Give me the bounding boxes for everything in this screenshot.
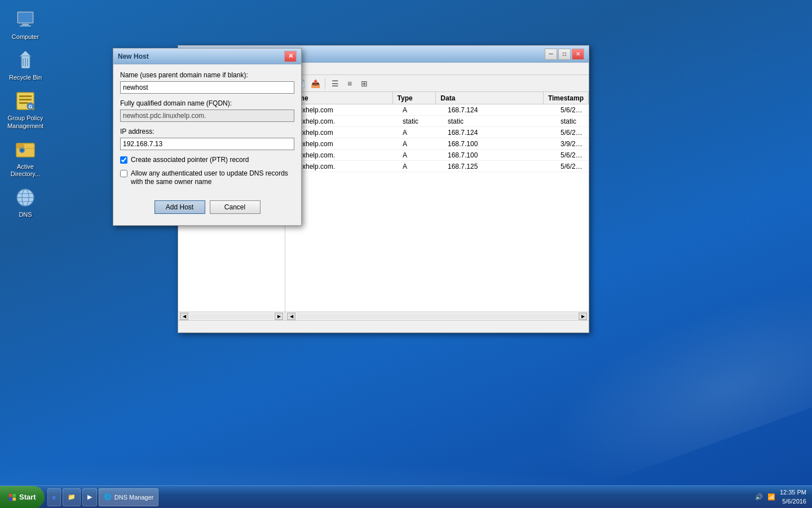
desktop-icon-active-directory[interactable]: Active Directory... — [3, 135, 48, 181]
row-name: .linuxhelp.com. — [285, 151, 398, 159]
dns-statusbar — [178, 320, 589, 332]
scrollbar-area: ◀ ▶ ◀ ▶ — [178, 312, 589, 320]
cancel-button[interactable]: Cancel — [210, 200, 261, 214]
recycle-bin-label: Recycle Bin — [9, 74, 42, 81]
taskbar: Start e 📁 ▶ 🌐 DNS Manager 🔊 📶 12:35 PM 5… — [0, 485, 812, 508]
row-type: A — [398, 151, 443, 159]
row-type: A — [398, 140, 443, 148]
window-controls: ─ □ ✕ — [545, 49, 584, 60]
table-row[interactable]: .linuxhelp.com A 168.7.124 5/6/2016 1: — [285, 127, 589, 138]
scroll-left-btn2[interactable]: ◀ — [287, 313, 295, 320]
desktop-icon-dns[interactable]: DNS — [3, 183, 48, 221]
dialog-title: New Host — [118, 52, 284, 60]
scroll-left-btn[interactable]: ◀ — [180, 313, 188, 320]
taskbar-right: 🔊 📶 12:35 PM 5/6/2016 — [749, 488, 812, 506]
svg-rect-11 — [19, 99, 32, 100]
list-rows: .linuxhelp.com A 168.7.124 5/6/2016 1: .… — [285, 104, 589, 312]
col-header-timestamp[interactable]: Timestamp — [544, 92, 589, 104]
row-timestamp: static — [556, 117, 589, 125]
dns-taskbar-label: DNS Manager — [114, 494, 154, 501]
row-timestamp: 3/9/26936 — [556, 140, 589, 148]
dialog-content: Name (uses parent domain name if blank):… — [113, 64, 301, 225]
ip-input[interactable] — [120, 138, 294, 150]
name-label: Name (uses parent domain name if blank): — [120, 71, 294, 79]
row-name: .linuxhelp.com. — [285, 117, 398, 125]
svg-rect-31 — [13, 497, 16, 501]
ptr-record-row: Create associated pointer (PTR) record — [120, 156, 294, 165]
taskbar-item-media[interactable]: ▶ — [82, 488, 97, 506]
list-header: Name Type Data Timestamp — [285, 92, 589, 104]
recycle-bin-icon — [14, 49, 37, 72]
taskbar-clock: 12:35 PM 5/6/2016 — [780, 488, 806, 506]
row-data: 168.7.124 — [443, 106, 556, 114]
dns-taskbar-icon: 🌐 — [104, 493, 112, 501]
list-scrollbar[interactable]: ◀ ▶ — [285, 312, 589, 320]
dialog-close-button[interactable]: ✕ — [284, 51, 297, 62]
fqdn-input — [120, 110, 294, 122]
row-data: static — [443, 117, 556, 125]
network-icon: 🔊 — [755, 493, 763, 501]
toolbar-list[interactable]: ☰ — [328, 77, 342, 90]
svg-text:G: G — [28, 104, 32, 110]
row-name: .linuxhelp.com — [285, 129, 398, 137]
dialog-titlebar[interactable]: New Host ✕ — [113, 49, 301, 64]
ptr-label: Create associated pointer (PTR) record — [131, 156, 249, 165]
taskbar-item-dns[interactable]: 🌐 DNS Manager — [99, 488, 159, 506]
auth-checkbox[interactable] — [120, 170, 127, 177]
table-row[interactable]: .linuxhelp.com A 168.7.100 3/9/26936 — [285, 138, 589, 150]
start-label: Start — [19, 493, 36, 501]
minimize-button[interactable]: ─ — [545, 49, 557, 60]
scroll-right-btn2[interactable]: ▶ — [579, 313, 587, 320]
name-input[interactable] — [120, 81, 294, 94]
svg-point-18 — [20, 148, 24, 152]
row-name: .linuxhelp.com. — [285, 163, 398, 170]
taskbar-item-folder[interactable]: 📁 — [63, 488, 81, 506]
table-row[interactable]: .linuxhelp.com. A 168.7.100 5/6/2016 1: — [285, 150, 589, 161]
group-policy-icon: G — [14, 90, 37, 112]
ptr-checkbox[interactable] — [120, 156, 127, 164]
volume-icon: 📶 — [767, 493, 775, 501]
toolbar-detail[interactable]: ≡ — [343, 77, 356, 90]
row-type: A — [398, 163, 443, 170]
clock-time: 12:35 PM — [780, 488, 806, 497]
table-row[interactable]: .linuxhelp.com A 168.7.124 5/6/2016 1: — [285, 104, 589, 116]
ip-label: IP address: — [120, 128, 294, 135]
row-data: 168.7.125 — [443, 163, 556, 170]
row-name: .linuxhelp.com — [285, 106, 398, 114]
row-data: 168.7.100 — [443, 151, 556, 159]
computer-icon — [14, 8, 37, 31]
svg-rect-2 — [22, 24, 29, 25]
row-name: .linuxhelp.com — [285, 140, 398, 148]
tree-scrollbar[interactable]: ◀ ▶ — [178, 312, 285, 320]
maximize-button[interactable]: □ — [558, 49, 571, 60]
start-button[interactable]: Start — [0, 486, 45, 509]
col-header-type[interactable]: Type — [393, 92, 436, 104]
toolbar-export[interactable]: 📤 — [308, 77, 322, 90]
row-type: A — [398, 129, 443, 137]
computer-icon-label: Computer — [12, 33, 39, 41]
media-taskbar-icon: ▶ — [87, 493, 92, 501]
desktop-icon-recycle-bin[interactable]: Recycle Bin — [3, 46, 48, 84]
toolbar-icon-view[interactable]: ⊞ — [358, 77, 371, 90]
fqdn-label: Fully qualified domain name (FQDN): — [120, 99, 294, 107]
clock-date: 5/6/2016 — [780, 497, 806, 506]
row-timestamp: 5/6/2016 1: — [556, 106, 589, 114]
table-row[interactable]: .linuxhelp.com. static static static — [285, 116, 589, 127]
add-host-button[interactable]: Add Host — [155, 200, 205, 214]
desktop-icon-group-policy[interactable]: G Group Policy Management — [3, 87, 48, 132]
desktop-icon-computer[interactable]: Computer — [3, 6, 48, 43]
taskbar-items: e 📁 ▶ 🌐 DNS Manager — [45, 488, 749, 506]
dns-list-panel: Name Type Data Timestamp .linuxhelp.com … — [285, 92, 589, 312]
taskbar-item-ie[interactable]: e — [47, 488, 61, 506]
table-row[interactable]: .linuxhelp.com. A 168.7.125 5/6/2016 1: — [285, 161, 589, 172]
svg-rect-28 — [9, 494, 12, 497]
row-data: 168.7.124 — [443, 129, 556, 137]
col-header-data[interactable]: Data — [436, 92, 544, 104]
scroll-right-btn[interactable]: ▶ — [275, 313, 283, 320]
auth-update-row: Allow any authenticated user to update D… — [120, 169, 294, 187]
auth-label: Allow any authenticated user to update D… — [131, 169, 294, 187]
row-data: 168.7.100 — [443, 140, 556, 148]
close-button[interactable]: ✕ — [572, 49, 584, 60]
desktop-icons: Computer Recycle Bin — [0, 0, 51, 227]
row-timestamp: 5/6/2016 1: — [556, 151, 589, 159]
